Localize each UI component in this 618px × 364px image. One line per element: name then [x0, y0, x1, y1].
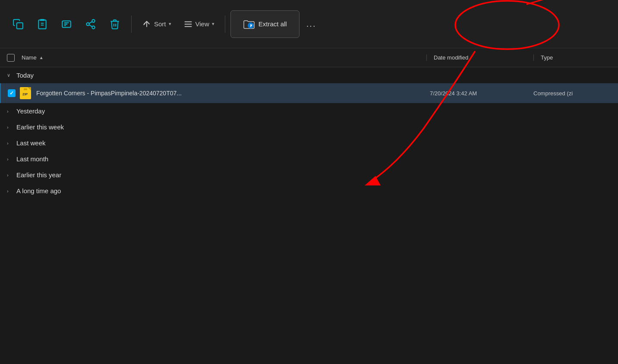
group-a-long-time-ago-label: A long time ago — [16, 187, 61, 195]
svg-rect-0 — [17, 22, 23, 28]
extract-all-label: Extract all — [259, 20, 287, 28]
sort-chevron-icon: ▾ — [169, 21, 171, 27]
share-button[interactable] — [79, 7, 102, 41]
delete-icon — [109, 18, 121, 30]
name-column-label: Name — [22, 54, 37, 61]
earlier-this-week-chevron-icon: › — [7, 125, 12, 130]
more-icon: ... — [306, 19, 316, 29]
file-name-label: Forgotten Corners - PimpasPimpinela-2024… — [36, 90, 430, 97]
type-column-header[interactable]: Type — [533, 54, 611, 61]
svg-point-10 — [92, 26, 95, 29]
group-yesterday-label: Yesterday — [16, 107, 45, 115]
separator-1 — [131, 16, 132, 33]
svg-point-8 — [92, 19, 95, 22]
group-earlier-this-year[interactable]: › Earlier this year — [0, 167, 618, 183]
clipboard-icon — [36, 18, 48, 30]
today-chevron-icon: ∨ — [7, 72, 12, 78]
svg-rect-22 — [24, 88, 27, 90]
column-headers: Name ▲ Date modified Type — [0, 48, 618, 67]
view-label: View — [195, 20, 209, 28]
share-icon — [85, 18, 97, 30]
more-options-button[interactable]: ... — [301, 7, 322, 41]
group-yesterday[interactable]: › Yesterday — [0, 103, 618, 119]
last-week-chevron-icon: › — [7, 141, 12, 146]
group-last-month-label: Last month — [16, 155, 48, 163]
rename-button[interactable] — [55, 7, 78, 41]
clipboard-button[interactable] — [31, 7, 54, 41]
a-long-time-ago-chevron-icon: › — [7, 188, 12, 194]
separator-2 — [225, 16, 225, 33]
file-list: ∨ Today ZIP Forgotten Corners - PimpasPi… — [0, 67, 618, 199]
extract-all-button[interactable]: Extract all — [230, 10, 300, 38]
group-last-week-label: Last week — [16, 139, 46, 147]
yesterday-chevron-icon: › — [7, 109, 12, 114]
svg-line-12 — [89, 22, 92, 23]
file-type-label: Compressed (zi — [533, 90, 611, 97]
name-column-header[interactable]: Name ▲ — [22, 54, 423, 61]
table-row[interactable]: ZIP Forgotten Corners - PimpasPimpinela-… — [0, 83, 618, 103]
svg-line-11 — [89, 25, 92, 26]
sort-icon — [142, 19, 151, 29]
view-button[interactable]: View ▾ — [178, 7, 220, 41]
rename-icon — [60, 18, 73, 30]
svg-line-14 — [144, 23, 145, 25]
group-last-month[interactable]: › Last month — [0, 151, 618, 167]
file-checkbox[interactable] — [8, 89, 16, 97]
group-today-label: Today — [16, 72, 34, 79]
delete-button[interactable] — [104, 7, 126, 41]
group-a-long-time-ago[interactable]: › A long time ago — [0, 183, 618, 199]
copy-icon — [12, 18, 24, 30]
group-earlier-this-year-label: Earlier this year — [16, 171, 61, 179]
group-today[interactable]: ∨ Today — [0, 67, 618, 83]
group-earlier-this-week-label: Earlier this week — [16, 123, 64, 131]
sort-button[interactable]: Sort ▾ — [137, 7, 177, 41]
svg-text:ZIP: ZIP — [22, 92, 28, 96]
earlier-this-year-chevron-icon: › — [7, 173, 12, 178]
extract-icon — [243, 18, 255, 30]
file-date-label: 7/20/2024 3:42 AM — [430, 90, 533, 97]
view-icon — [183, 19, 193, 29]
date-column-label: Date modified — [434, 54, 468, 61]
name-sort-arrow-icon: ▲ — [39, 55, 44, 60]
view-chevron-icon: ▾ — [212, 21, 214, 27]
last-month-chevron-icon: › — [7, 157, 12, 162]
select-all-checkbox[interactable] — [7, 54, 15, 62]
toolbar: Sort ▾ View ▾ Extract all — [0, 0, 618, 48]
date-column-header[interactable]: Date modified — [426, 54, 530, 61]
group-last-week[interactable]: › Last week — [0, 135, 618, 151]
svg-point-9 — [86, 22, 89, 25]
sort-label: Sort — [154, 20, 166, 28]
copy-button[interactable] — [7, 7, 29, 41]
group-earlier-this-week[interactable]: › Earlier this week — [0, 119, 618, 135]
type-column-label: Type — [541, 54, 553, 61]
zip-file-icon: ZIP — [20, 87, 32, 99]
svg-rect-1 — [38, 20, 46, 29]
